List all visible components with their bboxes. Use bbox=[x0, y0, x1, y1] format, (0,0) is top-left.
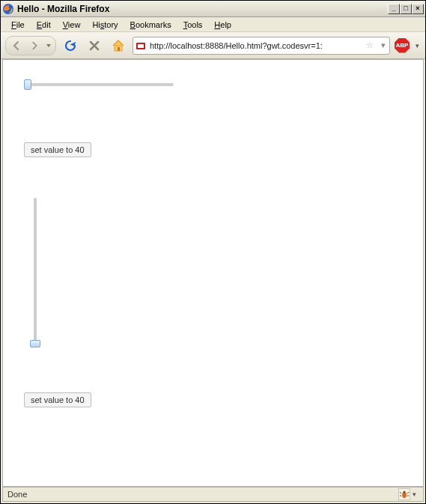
url-dropdown-icon[interactable]: ▾ bbox=[379, 40, 388, 50]
horizontal-slider[interactable] bbox=[24, 79, 174, 90]
set-value-button-1[interactable]: set value to 40 bbox=[24, 142, 91, 157]
menu-help[interactable]: Help bbox=[208, 19, 237, 31]
maximize-button[interactable]: □ bbox=[400, 4, 412, 14]
stop-button[interactable] bbox=[85, 36, 104, 55]
forward-button[interactable] bbox=[25, 37, 43, 55]
firefox-icon bbox=[2, 3, 14, 15]
menu-file[interactable]: File bbox=[5, 19, 31, 31]
horizontal-slider-thumb[interactable] bbox=[24, 79, 31, 90]
bookmark-star-icon[interactable]: ☆ bbox=[364, 40, 376, 50]
window-title: Hello - Mozilla Firefox bbox=[17, 4, 109, 14]
url-bar[interactable]: http://localhost:8888/Hello.html?gwt.cod… bbox=[133, 37, 390, 55]
svg-rect-4 bbox=[138, 44, 144, 48]
menu-history[interactable]: History bbox=[86, 19, 124, 31]
url-text[interactable]: http://localhost:8888/Hello.html?gwt.cod… bbox=[150, 41, 361, 50]
site-favicon bbox=[135, 40, 147, 52]
window-controls: _ □ × bbox=[388, 4, 424, 14]
firebug-icon[interactable] bbox=[398, 488, 410, 500]
back-forward-group bbox=[5, 36, 56, 55]
svg-rect-2 bbox=[118, 47, 120, 51]
firebug-dropdown-icon[interactable]: ▾ bbox=[410, 491, 419, 498]
minimize-button[interactable]: _ bbox=[388, 4, 400, 14]
vertical-slider-thumb[interactable] bbox=[30, 340, 40, 347]
vertical-slider-track bbox=[34, 198, 37, 343]
set-value-button-2[interactable]: set value to 40 bbox=[24, 392, 91, 407]
menu-edit[interactable]: Edit bbox=[31, 19, 57, 31]
close-button[interactable]: × bbox=[412, 4, 424, 14]
navigation-toolbar: http://localhost:8888/Hello.html?gwt.cod… bbox=[1, 32, 425, 59]
vertical-slider[interactable] bbox=[30, 198, 40, 347]
home-button[interactable] bbox=[109, 36, 128, 55]
adblock-plus-button[interactable]: ABP bbox=[395, 38, 410, 53]
window-titlebar: Hello - Mozilla Firefox _ □ × bbox=[1, 1, 425, 17]
back-button[interactable] bbox=[7, 37, 25, 55]
status-text: Done bbox=[7, 490, 27, 499]
reload-button[interactable] bbox=[61, 36, 80, 55]
menu-view[interactable]: View bbox=[57, 19, 87, 31]
status-bar: Done ▾ bbox=[2, 487, 424, 502]
menu-tools[interactable]: Tools bbox=[177, 19, 209, 31]
horizontal-slider-track bbox=[28, 83, 174, 86]
menu-bar: File Edit View History Bookmarks Tools H… bbox=[1, 17, 425, 32]
menu-bookmarks[interactable]: Bookmarks bbox=[124, 19, 177, 31]
svg-point-6 bbox=[404, 491, 406, 494]
recent-pages-dropdown[interactable] bbox=[43, 37, 54, 55]
page-content: set value to 40 set value to 40 bbox=[2, 59, 424, 487]
adblock-dropdown-icon[interactable]: ▾ bbox=[414, 42, 421, 49]
